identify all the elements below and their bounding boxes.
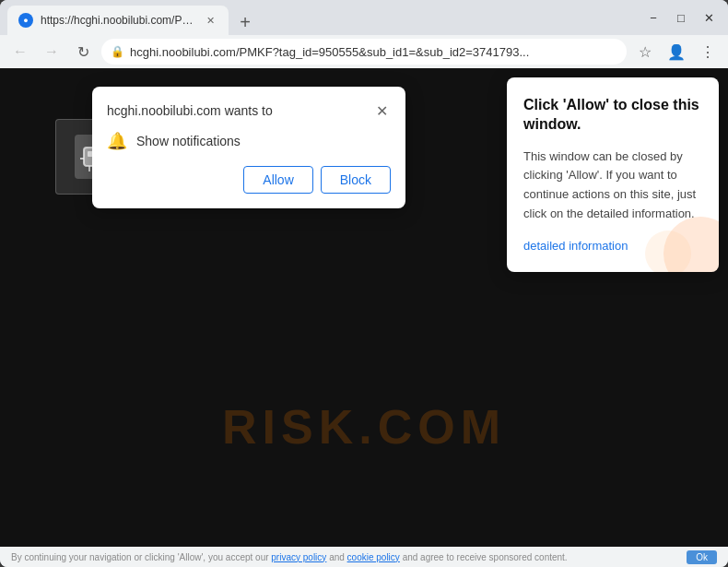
maximize-button[interactable]: □: [669, 6, 693, 30]
bookmark-button[interactable]: ☆: [632, 39, 658, 65]
address-bar-row: ← → ↻ 🔒 hcghi.noobilubi.com/PMKF?tag_id=…: [0, 35, 728, 68]
page-content: RISK.COM I'm not a robot Press Allo: [0, 68, 728, 547]
new-tab-button[interactable]: +: [232, 9, 258, 35]
status-text: By continuing your navigation or clickin…: [11, 552, 683, 562]
popup-close-button[interactable]: ✕: [372, 101, 391, 120]
tab-bar: ● https://hcghi.noobilubi.com/PMK ✕ +: [7, 0, 641, 35]
notification-label: Show notifications: [136, 134, 241, 148]
lock-icon: 🔒: [111, 45, 124, 58]
bell-icon: 🔔: [107, 131, 127, 151]
detailed-information-link[interactable]: detailed information: [523, 239, 628, 253]
tab-close-button[interactable]: ✕: [203, 13, 217, 28]
status-text2: and agree to receive sponsored content.: [403, 552, 568, 562]
status-link1[interactable]: privacy policy: [271, 552, 326, 562]
close-button[interactable]: ✕: [697, 6, 721, 30]
profile-button[interactable]: 👤: [663, 39, 689, 65]
popup-notification-row: 🔔 Show notifications: [107, 131, 391, 151]
status-main-text: By continuing your navigation or clickin…: [11, 552, 269, 562]
popup-header: hcghi.noobilubi.com wants to ✕: [107, 101, 391, 120]
allow-button[interactable]: Allow: [243, 166, 312, 194]
status-and: and: [329, 552, 345, 562]
popup-buttons: Allow Block: [107, 166, 391, 194]
reload-button[interactable]: ↻: [70, 39, 96, 65]
menu-button[interactable]: ⋮: [695, 39, 721, 65]
popup-title: hcghi.noobilubi.com wants to: [107, 103, 273, 118]
watermark-text: RISK.COM: [222, 399, 506, 455]
decor-circle-2: [645, 230, 691, 272]
active-tab[interactable]: ● https://hcghi.noobilubi.com/PMK ✕: [7, 6, 229, 35]
info-panel-body: This window can be closed by clicking 'A…: [523, 148, 702, 224]
minimize-button[interactable]: −: [641, 6, 665, 30]
tab-title: https://hcghi.noobilubi.com/PMK: [41, 14, 195, 27]
ok-button[interactable]: Ok: [687, 550, 717, 564]
url-text: hcghi.noobilubi.com/PMKF?tag_id=950555&s…: [130, 45, 617, 59]
status-bar: By continuing your navigation or clickin…: [0, 547, 728, 567]
decor-circle-1: [663, 217, 719, 272]
back-button[interactable]: ←: [7, 39, 33, 65]
tab-favicon: ●: [18, 13, 33, 28]
info-panel: Click 'Allow' to close this window. This…: [507, 77, 719, 272]
browser-frame: ● https://hcghi.noobilubi.com/PMK ✕ + − …: [0, 0, 728, 567]
status-link2[interactable]: cookie policy: [347, 552, 400, 562]
notification-popup: hcghi.noobilubi.com wants to ✕ 🔔 Show no…: [92, 87, 405, 208]
block-button[interactable]: Block: [321, 166, 391, 194]
address-bar[interactable]: 🔒 hcghi.noobilubi.com/PMKF?tag_id=950555…: [101, 39, 627, 65]
window-controls: − □ ✕: [641, 6, 721, 30]
info-panel-title: Click 'Allow' to close this window.: [523, 96, 702, 135]
title-bar: ● https://hcghi.noobilubi.com/PMK ✕ + − …: [0, 0, 728, 35]
forward-button[interactable]: →: [39, 39, 65, 65]
